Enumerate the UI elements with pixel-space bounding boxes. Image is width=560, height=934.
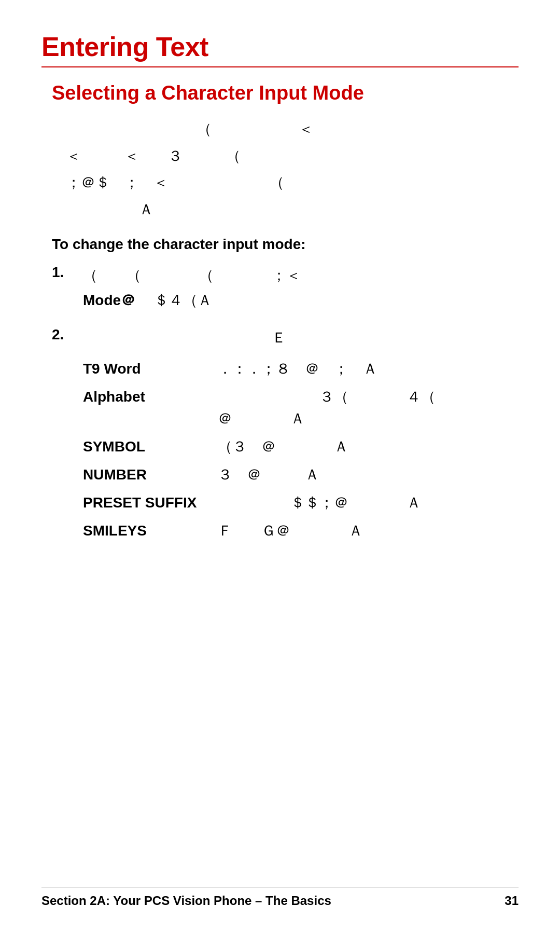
intro-line-4: Ａ (52, 197, 519, 222)
mode-row-number: NUMBER ３ ＠ Ａ (83, 464, 519, 486)
step-2-number: 2. (52, 325, 83, 343)
mode-table: T9 Word ．：．；８ ＠ ； Ａ Alphabet ３（ ４（＠ Ａ SY… (83, 358, 519, 542)
mode-name-preset: PRESET SUFFIX (83, 492, 218, 514)
step-2-intro: Ｅ (83, 325, 519, 350)
mode-row-alphabet: Alphabet ３（ ４（＠ Ａ (83, 386, 519, 430)
intro-line-3: ；＠＄ ； ＜ （ (52, 170, 519, 195)
mode-desc-number: ３ ＠ Ａ (218, 464, 519, 486)
step-2-content: Ｅ T9 Word ．：．；８ ＠ ； Ａ Alphabet ３（ ４（＠ Ａ … (83, 325, 519, 548)
mode-row-smileys: SMILEYS Ｆ Ｇ＠ Ａ (83, 520, 519, 542)
mode-name-smileys: SMILEYS (83, 520, 218, 542)
mode-desc-smileys: Ｆ Ｇ＠ Ａ (218, 520, 519, 542)
main-title: Entering Text (41, 31, 519, 62)
mode-row-symbol: SYMBOL （３ ＠ Ａ (83, 436, 519, 458)
step-2: 2. Ｅ T9 Word ．：．；８ ＠ ； Ａ Alphabet ３（ ４（＠… (52, 325, 519, 548)
mode-name-number: NUMBER (83, 464, 218, 486)
footer: Section 2A: Your PCS Vision Phone – The … (41, 887, 519, 908)
mode-desc-preset: ＄＄；＠ Ａ (218, 492, 519, 514)
mode-desc-alphabet: ３（ ４（＠ Ａ (218, 386, 519, 430)
intro-line-1: （ ＜ (52, 117, 519, 142)
step-1-line2: Mode＠ ＄４（Ａ (83, 288, 519, 313)
intro-block: （ ＜ ＜ ＜ ３ （ ；＠＄ ； ＜ （ Ａ (41, 117, 519, 222)
step-1-bold: Mode＠ (83, 292, 135, 308)
page-container: Entering Text Selecting a Character Inpu… (0, 0, 560, 934)
intro-line-2: ＜ ＜ ３ （ (52, 144, 519, 169)
mode-name-alphabet: Alphabet (83, 386, 218, 408)
step-1-content: （ （ （ ；＜ Mode＠ ＄４（Ａ (83, 263, 519, 312)
mode-name-t9: T9 Word (83, 358, 218, 380)
mode-desc-t9: ．：．；８ ＠ ； Ａ (218, 358, 519, 380)
mode-name-symbol: SYMBOL (83, 436, 218, 458)
step-1-line1: （ （ （ ；＜ (83, 263, 519, 288)
step-1-rest: ＄４（Ａ (139, 292, 212, 308)
mode-row-preset: PRESET SUFFIX ＄＄；＠ Ａ (83, 492, 519, 514)
section-title: Selecting a Character Input Mode (41, 82, 519, 104)
title-divider (41, 66, 519, 67)
footer-page-number: 31 (505, 894, 519, 908)
instruction-label: To change the character input mode: (41, 236, 519, 253)
mode-row-t9: T9 Word ．：．；８ ＠ ； Ａ (83, 358, 519, 380)
mode-desc-symbol: （３ ＠ Ａ (218, 436, 519, 458)
step-1-number: 1. (52, 263, 83, 281)
step-1: 1. （ （ （ ；＜ Mode＠ ＄４（Ａ (52, 263, 519, 312)
steps-container: 1. （ （ （ ；＜ Mode＠ ＄４（Ａ 2. Ｅ T9 Word (41, 263, 519, 548)
footer-left-text: Section 2A: Your PCS Vision Phone – The … (41, 894, 331, 908)
